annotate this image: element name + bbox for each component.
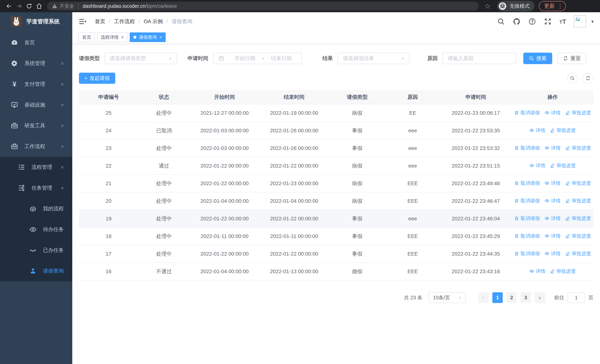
back-icon[interactable] [4, 1, 14, 11]
sidebar-item-我的流程[interactable]: 我的流程 [0, 198, 72, 219]
sidebar-item-工作流程[interactable]: 工作流程∧ [0, 136, 72, 157]
breadcrumb-current: 请假查询 [172, 18, 192, 25]
update-label: 更新 [544, 2, 555, 10]
cell-actions: 取消请假详情审批进度 [512, 227, 593, 245]
page-button-3[interactable]: 3 [521, 292, 531, 303]
prev-page-button[interactable]: ‹ [478, 292, 489, 303]
refresh-button[interactable] [582, 73, 593, 84]
breadcrumb-oa-example[interactable]: OA 示例 [144, 18, 163, 25]
cancel-action-link[interactable]: 取消请假 [514, 197, 540, 204]
fontsize-icon[interactable]: TT [559, 18, 566, 25]
cancel-action-link[interactable]: 取消请假 [514, 215, 540, 222]
cancel-action-link[interactable]: 取消请假 [514, 180, 540, 187]
reload-icon[interactable] [24, 1, 34, 11]
cell-apply: 2022-01-22 23:51:15 [440, 157, 512, 175]
chevron-down-icon: ∨ [169, 56, 172, 60]
sidebar-item-请假查询[interactable]: 请假查询 [0, 261, 72, 281]
progress-action-link[interactable]: 审批进度 [550, 127, 576, 134]
detail-action-link[interactable]: 详情 [529, 127, 545, 134]
result-select[interactable]: 请选择流结果 ∨ [338, 53, 410, 64]
home-icon[interactable] [34, 1, 44, 11]
action-label: 详情 [551, 180, 561, 187]
apply-time-range-picker[interactable]: 开始日期 - 结束日期 [213, 53, 302, 64]
tab-首页[interactable]: 首页 [79, 32, 95, 42]
reset-button[interactable]: 重置 [557, 53, 586, 64]
kebab-menu-icon[interactable]: ⋮ [557, 3, 563, 9]
hamburger-icon[interactable] [79, 18, 87, 26]
cell-actions: 取消请假详情审批进度 [512, 175, 593, 192]
sidebar-item-已办任务[interactable]: 已办任务 [0, 240, 72, 261]
caret-down-icon[interactable]: ▾ [591, 19, 594, 24]
progress-action-link[interactable]: 审批进度 [550, 268, 576, 274]
leave-type-select[interactable]: 请选择请假类型 ∨ [104, 53, 177, 64]
search-circle-icon [570, 76, 575, 81]
sidebar-item-首页[interactable]: 首页 [0, 32, 72, 53]
detail-action-link[interactable]: 详情 [544, 250, 561, 257]
cancel-action-link[interactable]: 取消请假 [514, 110, 540, 116]
detail-action-link[interactable]: 详情 [544, 215, 561, 222]
star-icon[interactable]: ☆ [484, 2, 491, 10]
create-leave-button[interactable]: + 发起请假 [79, 73, 115, 84]
progress-action-link[interactable]: 审批进度 [565, 197, 591, 204]
fullscreen-icon[interactable] [544, 18, 552, 25]
sidebar-item-任务管理[interactable]: 任务管理∧ [0, 177, 72, 198]
url-bar[interactable]: 不安全 dashboard.yudao.iocoder.cn/bpm/oa/le… [47, 2, 479, 10]
progress-action-link[interactable]: 审批进度 [565, 250, 591, 257]
cell-end: 2022-01-26 00:00:00 [259, 139, 329, 157]
progress-action-link[interactable]: 审批进度 [565, 110, 591, 116]
cell-status: 处理中 [138, 245, 190, 263]
tab-请假查询[interactable]: 请假查询× [130, 32, 166, 42]
detail-action-link[interactable]: 详情 [544, 110, 561, 116]
toggle-search-button[interactable] [567, 73, 578, 84]
cell-type: 病假 [329, 175, 386, 192]
cell-actions: 详情审批进度 [512, 157, 593, 175]
detail-action-link[interactable]: 详情 [544, 197, 561, 204]
cancel-action-link[interactable]: 取消请假 [514, 233, 540, 239]
avatar[interactable] [574, 15, 586, 28]
progress-action-link[interactable]: 审批进度 [565, 233, 591, 239]
page-button-2[interactable]: 2 [506, 292, 517, 303]
update-button[interactable]: 更新 ⋮ [539, 1, 566, 11]
page-size-select[interactable]: 10条/页 ∨ [429, 292, 466, 303]
calendar-icon [218, 56, 224, 61]
plus-icon: + [84, 75, 87, 81]
detail-action-link[interactable]: 详情 [544, 145, 561, 151]
sidebar-item-流程管理[interactable]: 流程管理∨ [0, 157, 72, 177]
start-date-placeholder[interactable]: 开始日期 [229, 55, 260, 62]
action-label: 详情 [551, 110, 561, 116]
detail-action-link[interactable]: 详情 [544, 233, 561, 239]
cancel-action-link[interactable]: 取消请假 [514, 145, 540, 151]
help-icon[interactable] [528, 18, 536, 25]
close-icon[interactable]: × [121, 35, 124, 40]
progress-action-link[interactable]: 审批进度 [550, 162, 576, 169]
cancel-action-link[interactable]: 取消请假 [514, 250, 540, 257]
sidebar-item-支付管理[interactable]: ¥支付管理∨ [0, 74, 72, 94]
detail-action-link[interactable]: 详情 [544, 180, 561, 187]
progress-action-link[interactable]: 审批进度 [565, 215, 591, 222]
close-icon[interactable]: × [159, 35, 162, 40]
action-label: 取消请假 [521, 110, 540, 116]
reason-input[interactable]: 请输入原因 [442, 53, 516, 64]
search-button[interactable]: 搜索 [523, 53, 552, 64]
trash-icon [514, 110, 519, 115]
tab-流程详情[interactable]: 流程详情× [97, 32, 128, 42]
github-icon[interactable] [513, 18, 521, 25]
search-icon[interactable] [497, 18, 505, 25]
detail-action-link[interactable]: 详情 [529, 162, 545, 169]
end-date-placeholder[interactable]: 结束日期 [266, 55, 297, 62]
goto-page-input[interactable] [568, 292, 585, 303]
breadcrumb-home[interactable]: 首页 [95, 18, 105, 25]
detail-action-link[interactable]: 详情 [529, 268, 545, 274]
progress-action-link[interactable]: 审批进度 [565, 180, 591, 187]
sidebar-item-基础设施[interactable]: 基础设施∨ [0, 94, 72, 115]
sidebar-item-研发工具[interactable]: 研发工具∨ [0, 115, 72, 136]
sidebar-item-待办任务[interactable]: 待办任务 [0, 219, 72, 240]
breadcrumb-workflow[interactable]: 工作流程 [114, 18, 135, 25]
column-header-开始时间: 开始时间 [190, 90, 259, 104]
progress-action-link[interactable]: 审批进度 [565, 145, 591, 151]
page-button-1[interactable]: 1 [492, 292, 503, 303]
next-page-button[interactable]: › [534, 292, 545, 303]
cell-reason: EEE [386, 245, 440, 263]
forward-icon[interactable] [14, 1, 24, 11]
sidebar-item-系统管理[interactable]: 系统管理∨ [0, 53, 72, 74]
